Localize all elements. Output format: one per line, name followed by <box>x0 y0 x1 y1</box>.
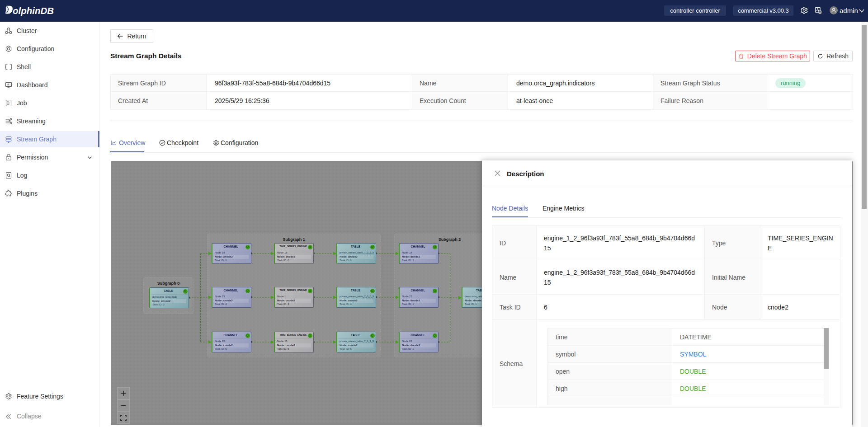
svg-text:olphinDB: olphinDB <box>13 5 54 16</box>
